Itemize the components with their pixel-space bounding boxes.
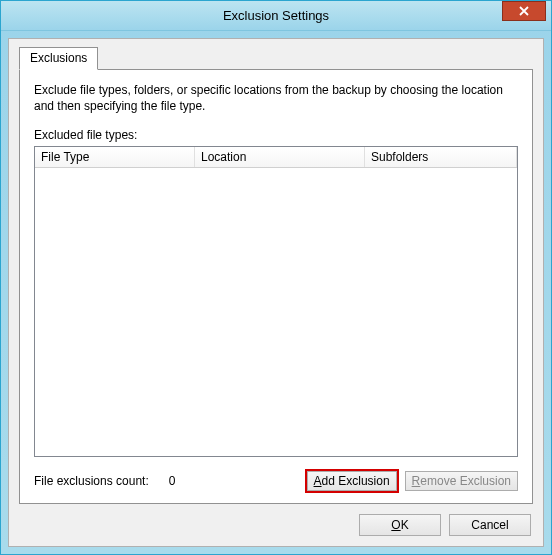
remove-exclusion-button[interactable]: Remove Exclusion <box>405 471 518 491</box>
description-text: Exclude file types, folders, or specific… <box>34 82 518 114</box>
dialog-window: Exclusion Settings Exclusions Exclude fi… <box>0 0 552 555</box>
panel-footer: File exclusions count: 0 Add Exclusion R… <box>34 471 518 491</box>
count-label: File exclusions count: <box>34 474 149 488</box>
window-title: Exclusion Settings <box>223 8 329 23</box>
add-exclusion-button[interactable]: Add Exclusion <box>307 471 397 491</box>
client-area: Exclusions Exclude file types, folders, … <box>8 38 544 547</box>
list-header: File Type Location Subfolders <box>35 147 517 168</box>
dialog-buttons: OK Cancel <box>19 514 533 536</box>
tab-panel-exclusions: Exclude file types, folders, or specific… <box>19 69 533 504</box>
excluded-files-list[interactable]: File Type Location Subfolders <box>34 146 518 457</box>
ok-underline: O <box>391 518 400 532</box>
tab-exclusions[interactable]: Exclusions <box>19 47 98 70</box>
tab-strip: Exclusions <box>19 47 533 69</box>
column-file-type[interactable]: File Type <box>35 147 195 167</box>
list-label: Excluded file types: <box>34 128 518 142</box>
close-icon <box>519 6 529 16</box>
column-subfolders[interactable]: Subfolders <box>365 147 517 167</box>
column-location[interactable]: Location <box>195 147 365 167</box>
list-body <box>35 168 517 456</box>
cancel-button[interactable]: Cancel <box>449 514 531 536</box>
count-value: 0 <box>169 474 176 488</box>
ok-rest: K <box>401 518 409 532</box>
ok-button[interactable]: OK <box>359 514 441 536</box>
titlebar: Exclusion Settings <box>1 1 551 31</box>
close-button[interactable] <box>502 1 546 21</box>
